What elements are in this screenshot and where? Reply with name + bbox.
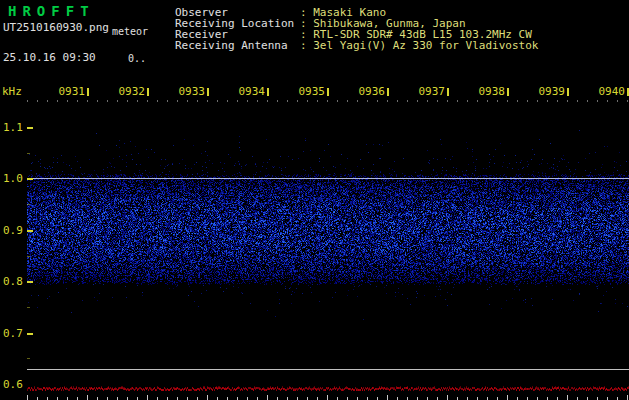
axis-tick xyxy=(507,88,509,96)
x-tick-label: 0938 xyxy=(477,85,505,98)
axis-tick xyxy=(327,88,329,96)
station-row-label: Receiving Antenna xyxy=(175,40,300,51)
station-row-antenna: Receiving Antenna: 3el Yagi(V) Az 330 fo… xyxy=(175,40,538,51)
spectrogram-canvas xyxy=(27,100,629,368)
y-tick-label: 0.9 xyxy=(3,224,25,237)
signal-trace-canvas xyxy=(27,370,629,400)
y-tick-label: 0.6 xyxy=(3,378,25,391)
axis-tick xyxy=(267,88,269,96)
x-tick-label: 0932 xyxy=(117,85,145,98)
x-tick-label: 0936 xyxy=(357,85,385,98)
station-row-value: : 3el Yagi(V) Az 330 for Vladivostok xyxy=(300,39,538,52)
x-tick-label: 0931 xyxy=(57,85,85,98)
y-tick-label: 0.7 xyxy=(3,327,25,340)
axis-tick xyxy=(387,88,389,96)
counter-label: 0.. xyxy=(128,53,146,64)
axis-tick xyxy=(447,88,449,96)
x-tick-label: 0939 xyxy=(537,85,565,98)
filename-note: meteor xyxy=(112,26,148,37)
y-tick-label: 1.0 xyxy=(3,172,25,185)
y-tick-label: 0.8 xyxy=(3,275,25,288)
x-tick-label: 0940 xyxy=(597,85,625,98)
y-tick-label: 1.1 xyxy=(3,121,25,134)
datetime-label: 25.10.16 09:30 xyxy=(3,51,96,64)
x-tick-label: 0935 xyxy=(297,85,325,98)
output-filename: UT2510160930.png xyxy=(3,21,109,34)
x-tick-label: 0933 xyxy=(177,85,205,98)
x-tick-label: 0937 xyxy=(417,85,445,98)
app-title: HROFFT xyxy=(8,3,95,19)
axis-tick xyxy=(207,88,209,96)
axis-tick xyxy=(567,88,569,96)
axis-tick xyxy=(87,88,89,96)
axis-tick xyxy=(147,88,149,96)
x-tick-label: 0934 xyxy=(237,85,265,98)
station-info: Observer: Masaki Kano Receiving Location… xyxy=(175,7,538,51)
hrofft-screen: HROFFT UT2510160930.png meteor 25.10.16 … xyxy=(0,0,629,400)
y-axis-unit-label: kHz xyxy=(2,85,22,98)
